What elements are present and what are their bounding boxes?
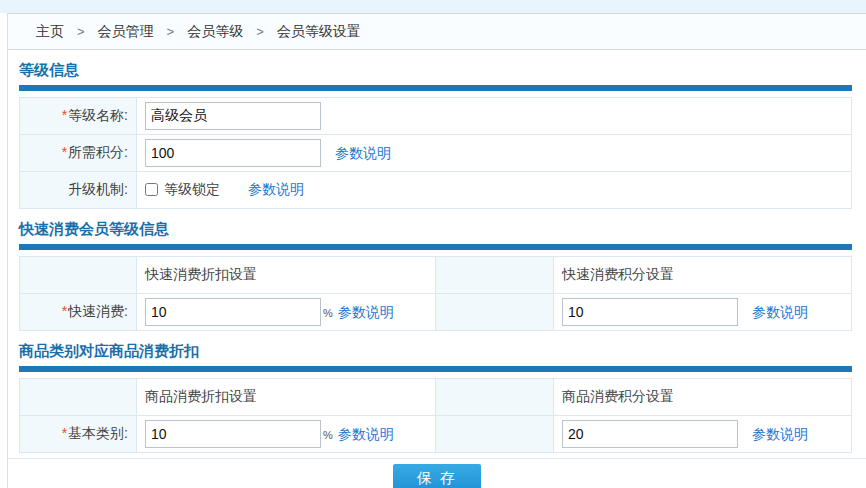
page-content: 等级信息 *等级名称: *所需积分: 参数说明 升级机制: 等级锁定参数说明	[8, 50, 866, 453]
upgrade-mechanism-label: 升级机制:	[20, 172, 137, 209]
section-title-level-info: 等级信息	[19, 60, 866, 80]
table-row: *等级名称:	[20, 98, 852, 135]
goods-discount-input[interactable]	[145, 420, 321, 448]
param-help-link[interactable]: 参数说明	[752, 304, 808, 320]
quick-consume-label: *快速消费:	[20, 294, 137, 331]
param-help-link[interactable]: 参数说明	[752, 426, 808, 442]
param-help-link[interactable]: 参数说明	[248, 181, 304, 197]
breadcrumb-member-management[interactable]: 会员管理	[98, 23, 154, 41]
quick-points-input[interactable]	[562, 298, 738, 326]
goods-category-table: 商品消费折扣设置 商品消费积分设置 *基本类别: %参数说明 参数说明	[19, 378, 852, 453]
required-asterisk: *	[62, 425, 67, 441]
param-help-link[interactable]: 参数说明	[338, 426, 394, 442]
goods-points-input[interactable]	[562, 420, 738, 448]
goods-points-header: 商品消费积分设置	[554, 379, 852, 416]
top-strip	[0, 0, 866, 13]
table-row: 升级机制: 等级锁定参数说明	[20, 172, 852, 209]
table-row: *基本类别: %参数说明 参数说明	[20, 416, 852, 453]
section-divider-bar	[19, 244, 852, 250]
save-button[interactable]: 保 存	[393, 464, 481, 488]
param-help-link[interactable]: 参数说明	[338, 304, 394, 320]
param-help-link[interactable]: 参数说明	[335, 145, 391, 161]
quick-discount-header: 快速消费折扣设置	[137, 257, 436, 294]
quick-consume-table: 快速消费折扣设置 快速消费积分设置 *快速消费: %参数说明 参数说明	[19, 256, 852, 331]
required-points-input[interactable]	[145, 139, 321, 167]
table-header-row: 商品消费折扣设置 商品消费积分设置	[20, 379, 852, 416]
spacer-cell	[436, 416, 554, 453]
table-header-row: 快速消费折扣设置 快速消费积分设置	[20, 257, 852, 294]
level-lock-checkbox[interactable]	[145, 183, 158, 196]
breadcrumb: 主页 > 会员管理 > 会员等级 > 会员等级设置	[8, 13, 866, 50]
spacer-cell	[436, 257, 554, 294]
required-asterisk: *	[62, 107, 67, 123]
percent-sign: %	[323, 429, 333, 441]
breadcrumb-separator: >	[167, 24, 175, 39]
breadcrumb-current-page: 会员等级设置	[277, 23, 361, 41]
percent-sign: %	[323, 307, 333, 319]
required-asterisk: *	[62, 144, 67, 160]
quick-points-header: 快速消费积分设置	[554, 257, 852, 294]
section-title-goods-category: 商品类别对应商品消费折扣	[19, 341, 866, 361]
empty-header-cell	[20, 379, 137, 416]
breadcrumb-member-level[interactable]: 会员等级	[187, 23, 243, 41]
goods-discount-header: 商品消费折扣设置	[137, 379, 436, 416]
main-container: 主页 > 会员管理 > 会员等级 > 会员等级设置 等级信息 *等级名称: *所…	[7, 13, 866, 488]
section-title-quick-consume: 快速消费会员等级信息	[19, 219, 866, 239]
spacer-cell	[436, 294, 554, 331]
table-row: *快速消费: %参数说明 参数说明	[20, 294, 852, 331]
required-asterisk: *	[62, 303, 67, 319]
basic-category-label: *基本类别:	[20, 416, 137, 453]
level-lock-checkbox-label: 等级锁定	[164, 181, 220, 197]
level-name-label: *等级名称:	[20, 98, 137, 135]
level-info-table: *等级名称: *所需积分: 参数说明 升级机制: 等级锁定参数说明	[19, 97, 852, 209]
breadcrumb-home[interactable]: 主页	[36, 23, 64, 41]
empty-header-cell	[20, 257, 137, 294]
breadcrumb-separator: >	[77, 24, 85, 39]
table-row: *所需积分: 参数说明	[20, 135, 852, 172]
save-bar: 保 存	[8, 458, 866, 488]
section-divider-bar	[19, 85, 852, 91]
breadcrumb-separator: >	[256, 24, 264, 39]
level-name-input[interactable]	[145, 102, 321, 130]
spacer-cell	[436, 379, 554, 416]
section-divider-bar	[19, 366, 852, 372]
quick-discount-input[interactable]	[145, 298, 321, 326]
required-points-label: *所需积分:	[20, 135, 137, 172]
